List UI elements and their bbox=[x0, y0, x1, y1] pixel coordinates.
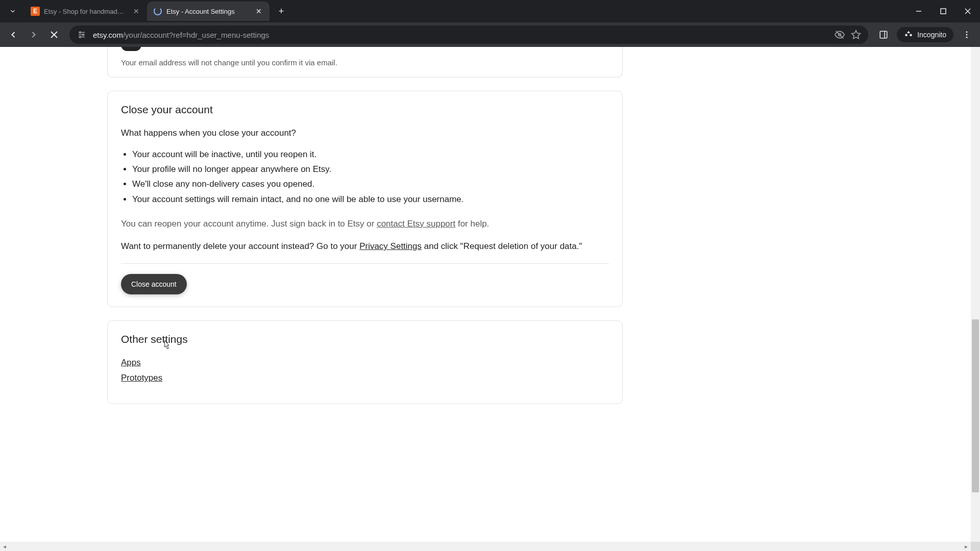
tab-bar: E Etsy - Shop for handmade, vint ✕ Etsy … bbox=[0, 0, 980, 22]
url-text: etsy.com/your/account?ref=hdr_user_menu-… bbox=[93, 31, 828, 39]
incognito-icon bbox=[904, 30, 913, 39]
close-account-card: Close your account What happens when you… bbox=[107, 91, 623, 307]
vertical-scrollbar[interactable] bbox=[971, 47, 980, 542]
site-settings-icon[interactable] bbox=[77, 30, 87, 40]
incognito-label: Incognito bbox=[917, 31, 946, 39]
bookmark-icon[interactable] bbox=[851, 30, 861, 40]
scrollbar-thumb[interactable] bbox=[972, 319, 979, 493]
close-tab-icon[interactable]: ✕ bbox=[254, 7, 263, 16]
email-change-card: Your email address will not change until… bbox=[107, 47, 623, 78]
reopen-text: You can reopen your account anytime. Jus… bbox=[121, 217, 609, 231]
list-item: Your account will be inactive, until you… bbox=[132, 147, 609, 161]
close-window-button[interactable] bbox=[955, 0, 980, 22]
viewport: Your email address will not change until… bbox=[0, 47, 980, 551]
svg-point-19 bbox=[966, 37, 968, 38]
address-bar[interactable]: etsy.com/your/account?ref=hdr_user_menu-… bbox=[69, 26, 868, 44]
list-item: Your account settings will remain intact… bbox=[132, 192, 609, 206]
svg-point-10 bbox=[83, 34, 84, 36]
svg-marker-14 bbox=[852, 31, 861, 39]
maximize-button[interactable] bbox=[931, 0, 955, 22]
minimize-button[interactable] bbox=[906, 0, 931, 22]
close-tab-icon[interactable]: ✕ bbox=[132, 7, 141, 16]
scroll-corner bbox=[971, 542, 980, 551]
change-email-button[interactable] bbox=[121, 47, 141, 51]
visibility-off-icon[interactable] bbox=[835, 30, 845, 40]
browser-chrome: E Etsy - Shop for handmade, vint ✕ Etsy … bbox=[0, 0, 980, 47]
window-controls bbox=[906, 0, 980, 22]
etsy-favicon-icon: E bbox=[31, 7, 40, 16]
list-item: We'll close any non-delivery cases you o… bbox=[132, 177, 609, 191]
email-helper-text: Your email address will not change until… bbox=[121, 58, 609, 67]
contact-support-link[interactable]: contact Etsy support bbox=[377, 219, 455, 229]
svg-point-17 bbox=[966, 31, 968, 33]
scroll-left-icon[interactable]: ◄ bbox=[0, 542, 9, 551]
tab-search-dropdown[interactable] bbox=[4, 3, 21, 20]
divider bbox=[121, 263, 609, 264]
apps-link[interactable]: Apps bbox=[121, 358, 609, 368]
svg-rect-15 bbox=[880, 31, 887, 38]
forward-button[interactable] bbox=[24, 26, 43, 44]
menu-icon[interactable] bbox=[958, 26, 976, 44]
svg-point-9 bbox=[80, 32, 81, 33]
close-account-bullets: Your account will be inactive, until you… bbox=[121, 147, 609, 206]
back-button[interactable] bbox=[4, 26, 22, 44]
tab-title: Etsy - Account Settings bbox=[166, 8, 250, 15]
svg-point-18 bbox=[966, 34, 968, 36]
horizontal-scrollbar[interactable]: ◄ ► bbox=[0, 542, 971, 551]
loading-spinner-icon bbox=[153, 7, 162, 16]
tab-account-settings[interactable]: Etsy - Account Settings ✕ bbox=[147, 2, 270, 21]
side-panel-icon[interactable] bbox=[874, 26, 893, 44]
close-account-title: Close your account bbox=[121, 104, 609, 116]
close-account-question: What happens when you close your account… bbox=[121, 128, 609, 138]
list-item: Your profile will no longer appear anywh… bbox=[132, 162, 609, 176]
other-settings-title: Other settings bbox=[121, 333, 609, 345]
toolbar: etsy.com/your/account?ref=hdr_user_menu-… bbox=[0, 22, 980, 47]
other-settings-card: Other settings Apps Prototypes bbox=[107, 320, 623, 404]
privacy-settings-link[interactable]: Privacy Settings bbox=[359, 241, 422, 251]
svg-point-11 bbox=[80, 36, 81, 38]
svg-rect-1 bbox=[941, 9, 946, 14]
tab-title: Etsy - Shop for handmade, vint bbox=[44, 8, 128, 15]
new-tab-button[interactable]: + bbox=[274, 4, 289, 19]
stop-reload-button[interactable] bbox=[45, 26, 63, 44]
prototypes-link[interactable]: Prototypes bbox=[121, 373, 609, 383]
permanent-delete-text: Want to permanently delete your account … bbox=[121, 240, 609, 253]
close-account-button[interactable]: Close account bbox=[121, 274, 187, 294]
tab-etsy-home[interactable]: E Etsy - Shop for handmade, vint ✕ bbox=[24, 2, 147, 21]
scroll-right-icon[interactable]: ► bbox=[962, 542, 971, 551]
incognito-badge[interactable]: Incognito bbox=[897, 27, 953, 42]
